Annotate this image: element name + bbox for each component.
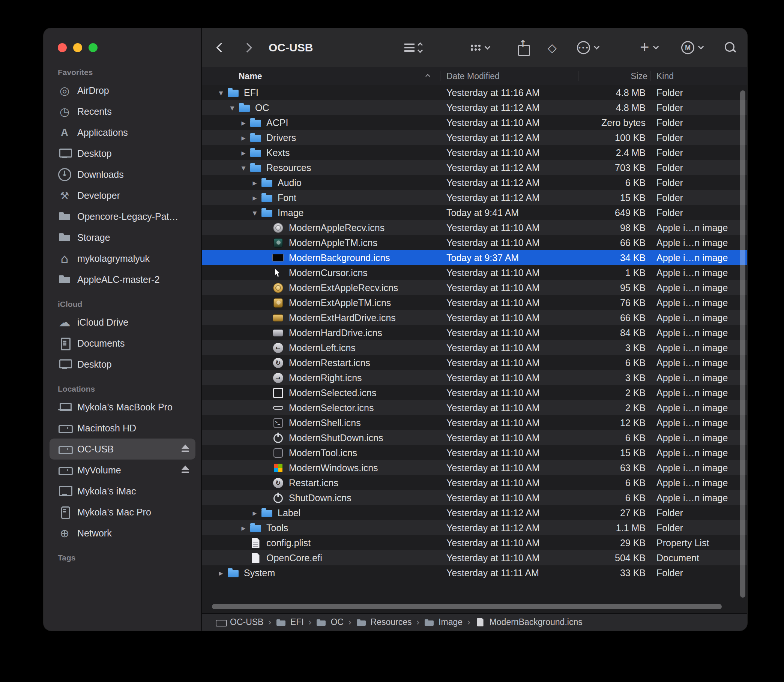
path-item-modernbackground-icns[interactable]: ModernBackground.icns <box>475 617 583 628</box>
disclosure-closed-icon[interactable] <box>238 133 249 143</box>
path-item-resources[interactable]: Resources <box>356 617 412 628</box>
sidebar-item-applications[interactable]: Applications <box>49 122 196 143</box>
column-divider[interactable] <box>650 71 650 81</box>
file-row-kexts[interactable]: KextsYesterday at 11:10 AM2.4 MBFolder <box>202 145 747 160</box>
more-actions-button[interactable] <box>577 41 599 54</box>
file-row-shutdown-icns[interactable]: ShutDown.icnsYesterday at 11:10 AM6 KBAp… <box>202 490 747 505</box>
disclosure-closed-icon[interactable] <box>249 178 260 188</box>
disclosure-closed-icon[interactable] <box>249 508 260 518</box>
file-row-modernright-icns[interactable]: ModernRight.icnsYesterday at 11:10 AM3 K… <box>202 370 747 385</box>
sidebar-item-desktop[interactable]: Desktop <box>49 143 196 164</box>
file-row-modernextappletm-icns[interactable]: ModernExtAppleTM.icnsYesterday at 11:10 … <box>202 295 747 310</box>
disclosure-open-icon[interactable] <box>226 103 238 113</box>
sidebar-item-network[interactable]: Network <box>49 523 196 543</box>
file-row-moderncursor-icns[interactable]: ModernCursor.icnsYesterday at 11:10 AM1 … <box>202 265 747 280</box>
file-row-restart-icns[interactable]: Restart.icnsYesterday at 11:10 AM6 KBApp… <box>202 475 747 490</box>
file-row-opencore-efi[interactable]: OpenCore.efiYesterday at 11:10 AM504 KBD… <box>202 550 747 565</box>
file-size: 34 KB <box>578 250 650 265</box>
file-row-oc[interactable]: OCYesterday at 11:12 AM4.8 MBFolder <box>202 100 747 115</box>
sidebar-item-myvolume[interactable]: MyVolume <box>49 459 196 481</box>
file-row-modernapplerecv-icns[interactable]: ModernAppleRecv.icnsYesterday at 11:10 A… <box>202 220 747 235</box>
group-button[interactable] <box>470 44 489 51</box>
file-row-modernselector-icns[interactable]: ModernSelector.icnsYesterday at 11:10 AM… <box>202 400 747 415</box>
column-header-size[interactable]: Size <box>578 67 647 85</box>
disclosure-closed-icon[interactable] <box>215 568 226 578</box>
disclosure-closed-icon[interactable] <box>238 118 249 127</box>
sidebar-item-storage[interactable]: Storage <box>49 227 196 248</box>
file-row-acpi[interactable]: ACPIYesterday at 11:10 AMZero bytesFolde… <box>202 115 747 130</box>
horizontal-scrollbar-thumb[interactable] <box>212 604 722 609</box>
column-header-date[interactable]: Date Modified <box>446 67 500 85</box>
file-name: Audio <box>277 177 301 188</box>
sidebar-item-developer[interactable]: Developer <box>49 185 196 206</box>
disclosure-open-icon[interactable] <box>215 88 226 97</box>
file-row-modernwindows-icns[interactable]: ModernWindows.icnsYesterday at 11:10 AM6… <box>202 460 747 475</box>
sidebar-item-mykola-s-macbook-pro[interactable]: Mykola’s MacBook Pro <box>49 397 196 417</box>
file-row-config-plist[interactable]: config.plistYesterday at 11:10 AM29 KBPr… <box>202 535 747 550</box>
back-button[interactable] <box>218 44 225 51</box>
file-row-modernharddrive-icns[interactable]: ModernHardDrive.icnsYesterday at 11:10 A… <box>202 325 747 340</box>
sidebar-item-mykolagrymalyuk[interactable]: mykolagrymalyuk <box>49 248 196 269</box>
sidebar-item-applealc-master-2[interactable]: AppleALC-master-2 <box>49 269 196 290</box>
sidebar-item-mykola-s-mac-pro[interactable]: Mykola’s Mac Pro <box>49 502 196 523</box>
file-row-image[interactable]: ImageToday at 9:41 AM649 KBFolder <box>202 205 747 220</box>
sidebar-item-macintosh-hd[interactable]: Macintosh HD <box>49 417 196 438</box>
disclosure-open-icon[interactable] <box>249 208 260 218</box>
forward-button[interactable] <box>244 44 251 51</box>
share-button[interactable] <box>517 41 529 54</box>
sidebar-item-opencore-legacy-pat[interactable]: Opencore-Legacy-Pat… <box>49 206 196 227</box>
folder-icon <box>356 617 367 628</box>
file-row-tools[interactable]: ToolsYesterday at 11:12 AM1.1 MBFolder <box>202 520 747 535</box>
column-divider[interactable] <box>440 71 440 81</box>
sidebar-item-documents[interactable]: Documents <box>49 333 196 354</box>
sidebar-item-downloads[interactable]: Downloads <box>49 164 196 185</box>
eject-icon[interactable] <box>180 465 190 475</box>
sidebar-item-recents[interactable]: Recents <box>49 101 196 122</box>
file-row-modernshutdown-icns[interactable]: ModernShutDown.icnsYesterday at 11:10 AM… <box>202 430 747 445</box>
file-row-modernleft-icns[interactable]: ModernLeft.icnsYesterday at 11:10 AM3 KB… <box>202 340 747 355</box>
add-button[interactable] <box>640 41 658 54</box>
sidebar-item-oc-usb[interactable]: OC-USB <box>49 438 196 459</box>
path-item-image[interactable]: Image <box>424 617 462 628</box>
file-row-modernappletm-icns[interactable]: ModernAppleTM.icnsYesterday at 11:10 AM6… <box>202 235 747 250</box>
zoom-button[interactable] <box>89 43 97 52</box>
file-row-modernshell-icns[interactable]: ModernShell.icnsYesterday at 11:10 AM12 … <box>202 415 747 430</box>
file-row-modernrestart-icns[interactable]: ModernRestart.icnsYesterday at 11:10 AM6… <box>202 355 747 370</box>
file-row-modernextharddrive-icns[interactable]: ModernExtHardDrive.icnsYesterday at 11:1… <box>202 310 747 325</box>
disclosure-closed-icon[interactable] <box>238 523 249 533</box>
column-header-kind[interactable]: Kind <box>657 67 674 85</box>
path-item-oc-usb[interactable]: OC-USB <box>216 617 263 628</box>
column-header-name[interactable]: Name <box>239 67 262 85</box>
path-item-oc[interactable]: OC <box>316 617 344 628</box>
file-row-resources[interactable]: ResourcesYesterday at 11:12 AM703 KBFold… <box>202 160 747 175</box>
file-row-modernextapplerecv-icns[interactable]: ModernExtAppleRecv.icnsYesterday at 11:1… <box>202 280 747 295</box>
file-row-system[interactable]: SystemYesterday at 11:11 AM33 KBFolder <box>202 565 747 580</box>
file-size: 703 KB <box>578 160 650 175</box>
file-row-audio[interactable]: AudioYesterday at 11:12 AM6 KBFolder <box>202 175 747 190</box>
sidebar-item-icloud-drive[interactable]: iCloud Drive <box>49 312 196 333</box>
account-button[interactable]: M <box>681 41 703 54</box>
search-button[interactable] <box>724 41 737 54</box>
disclosure-open-icon[interactable] <box>238 163 249 172</box>
sidebar-item-desktop[interactable]: Desktop <box>49 354 196 375</box>
vertical-scrollbar-thumb[interactable] <box>740 91 745 598</box>
folder-icon <box>424 617 435 628</box>
file-row-modernbackground-icns[interactable]: ModernBackground.icnsToday at 9:37 AM34 … <box>202 250 747 265</box>
sidebar-item-mykola-s-imac[interactable]: Mykola’s iMac <box>49 481 196 502</box>
sidebar-item-airdrop[interactable]: AirDrop <box>49 80 196 101</box>
file-date: Yesterday at 11:10 AM <box>440 265 578 280</box>
view-mode-button[interactable] <box>405 43 422 52</box>
disclosure-closed-icon[interactable] <box>249 193 260 202</box>
close-button[interactable] <box>58 43 67 52</box>
file-row-label[interactable]: LabelYesterday at 11:12 AM27 KBFolder <box>202 505 747 520</box>
file-row-font[interactable]: FontYesterday at 11:12 AM15 KBFolder <box>202 190 747 205</box>
disclosure-closed-icon[interactable] <box>238 148 249 158</box>
path-item-efi[interactable]: EFI <box>276 617 304 628</box>
file-row-drivers[interactable]: DriversYesterday at 11:12 AM100 KBFolder <box>202 130 747 145</box>
eject-icon[interactable] <box>180 444 190 454</box>
file-row-modernselected-icns[interactable]: ModernSelected.icnsYesterday at 11:10 AM… <box>202 385 747 400</box>
file-row-efi[interactable]: EFIYesterday at 11:16 AM4.8 MBFolder <box>202 85 747 100</box>
tag-button[interactable] <box>548 41 557 54</box>
file-row-moderntool-icns[interactable]: ModernTool.icnsYesterday at 11:10 AM15 K… <box>202 445 747 460</box>
minimize-button[interactable] <box>73 43 82 52</box>
